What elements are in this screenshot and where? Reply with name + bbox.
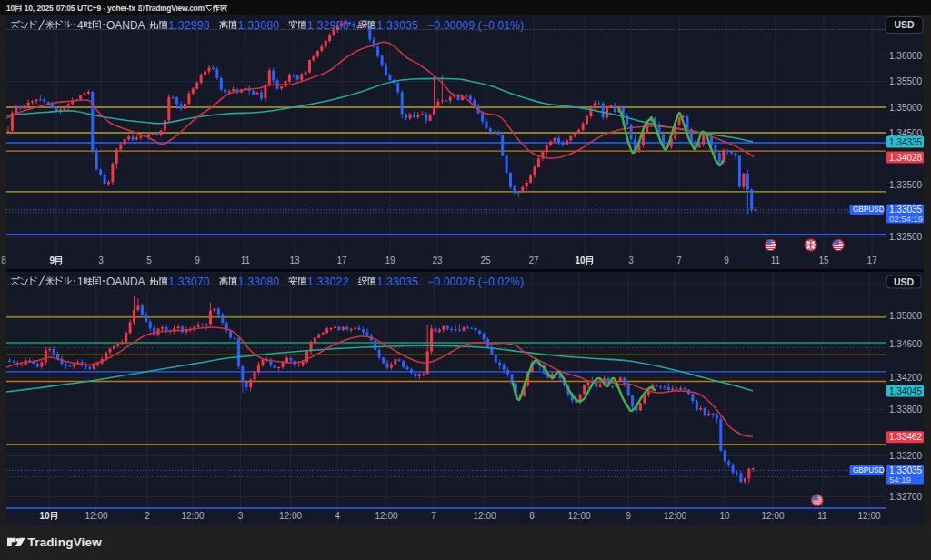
svg-text:17: 17 [866, 255, 877, 265]
svg-text:12:00: 12:00 [279, 511, 302, 521]
svg-text:17: 17 [336, 255, 347, 265]
svg-text:9: 9 [724, 255, 729, 265]
svg-text:12:00: 12:00 [664, 511, 686, 521]
svg-text:10: 10 [40, 511, 51, 521]
svg-text:1.33462: 1.33462 [889, 432, 923, 442]
svg-text:13: 13 [289, 255, 300, 265]
svg-text:1.33035: 1.33035 [377, 19, 419, 32]
svg-text:12:00: 12:00 [181, 511, 204, 521]
svg-text:GBPUSD: GBPUSD [853, 205, 885, 214]
svg-text:12:00: 12:00 [85, 511, 107, 521]
svg-text:11: 11 [771, 255, 781, 265]
svg-text:1.32700: 1.32700 [889, 492, 923, 502]
svg-text:3: 3 [98, 255, 104, 265]
svg-text:02:54:19: 02:54:19 [889, 214, 923, 224]
svg-text:1.33035: 1.33035 [377, 275, 419, 288]
svg-text:TradingView.com: TradingView.com [145, 4, 205, 13]
svg-text:11: 11 [241, 255, 251, 265]
svg-text:USD: USD [894, 19, 915, 30]
svg-text:(−0.02%): (−0.02%) [478, 275, 525, 288]
svg-text:1.34600: 1.34600 [889, 339, 923, 349]
svg-text:4: 4 [77, 19, 84, 32]
svg-text:OANDA: OANDA [106, 275, 145, 288]
svg-text:10,: 10, [25, 4, 35, 13]
svg-text:25: 25 [480, 255, 491, 265]
svg-text:10: 10 [6, 4, 15, 13]
svg-text:USD: USD [894, 276, 915, 287]
svg-text:1.32500: 1.32500 [889, 232, 923, 242]
svg-text:7: 7 [676, 255, 682, 265]
svg-text:9: 9 [49, 255, 55, 265]
svg-text:9: 9 [195, 255, 200, 265]
svg-text:OANDA: OANDA [106, 19, 145, 32]
svg-text:12:00: 12:00 [567, 511, 590, 521]
svg-text:12:00: 12:00 [375, 511, 397, 521]
svg-text:1.34335: 1.34335 [889, 137, 923, 147]
svg-text:1.33070: 1.33070 [168, 275, 210, 288]
svg-text:yohei-fx: yohei-fx [107, 4, 135, 13]
svg-text:2: 2 [145, 511, 150, 521]
svg-text:11: 11 [817, 511, 827, 521]
svg-text:1.33022: 1.33022 [307, 275, 349, 288]
svg-text:UTC+9: UTC+9 [77, 4, 101, 13]
svg-text:19: 19 [385, 255, 395, 265]
svg-text:1.33080: 1.33080 [238, 19, 280, 32]
svg-text:4: 4 [335, 511, 340, 521]
svg-text:1.35000: 1.35000 [889, 311, 923, 321]
svg-text:1.33800: 1.33800 [889, 405, 923, 415]
svg-text:8: 8 [529, 511, 535, 521]
svg-text:1.34045: 1.34045 [889, 386, 923, 396]
svg-text:1.35000: 1.35000 [889, 103, 923, 113]
svg-text:12:00: 12:00 [473, 511, 496, 521]
svg-text:1: 1 [77, 275, 84, 288]
svg-text:10: 10 [576, 255, 586, 265]
svg-text:−0.00026: −0.00026 [427, 275, 475, 288]
svg-text:1.33080: 1.33080 [238, 275, 280, 288]
svg-text:2025: 2025 [37, 4, 54, 13]
svg-text:7: 7 [431, 511, 436, 521]
svg-text:3: 3 [628, 255, 634, 265]
svg-text:1.34200: 1.34200 [889, 373, 923, 383]
svg-text:54:19: 54:19 [889, 475, 911, 485]
svg-text:(−0.01%): (−0.01%) [478, 19, 525, 32]
svg-text:1.36000: 1.36000 [889, 51, 923, 61]
svg-text:GBPUSD: GBPUSD [853, 466, 885, 475]
svg-text:1.32988: 1.32988 [307, 19, 349, 32]
svg-text:8: 8 [1, 255, 6, 265]
svg-text:27: 27 [528, 255, 539, 265]
svg-text:07:05: 07:05 [56, 4, 75, 13]
svg-text:1.34028: 1.34028 [889, 153, 923, 163]
svg-text:3: 3 [238, 511, 244, 521]
svg-text:12:00: 12:00 [857, 511, 880, 521]
svg-text:5: 5 [146, 255, 152, 265]
svg-text:12:00: 12:00 [761, 511, 784, 521]
svg-text:23: 23 [432, 255, 443, 265]
svg-text:15: 15 [818, 255, 829, 265]
svg-text:9: 9 [626, 511, 631, 521]
svg-text:1.32998: 1.32998 [168, 19, 210, 32]
svg-text:TradingView: TradingView [28, 535, 103, 549]
svg-text:1.33200: 1.33200 [889, 451, 923, 461]
svg-text:1.33500: 1.33500 [889, 180, 923, 190]
svg-text:10: 10 [719, 511, 730, 521]
svg-text:−0.00009: −0.00009 [427, 19, 475, 32]
svg-text:1.35500: 1.35500 [889, 76, 923, 86]
